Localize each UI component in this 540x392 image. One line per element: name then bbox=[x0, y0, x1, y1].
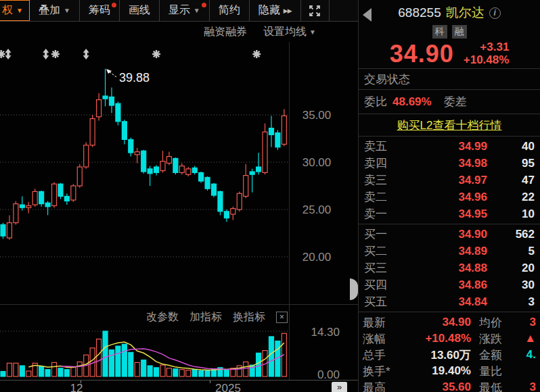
ask-volume: 47 bbox=[487, 174, 535, 187]
bid-volume: 3 bbox=[487, 295, 535, 309]
caret-down-icon: ▼ bbox=[16, 7, 23, 14]
l2-promo-row: 购买L2查看十档行情 bbox=[359, 114, 540, 136]
ask-row[interactable]: 卖五 34.99 40 bbox=[359, 138, 540, 155]
draw-line-button[interactable]: 画线 bbox=[120, 0, 160, 21]
fullscreen-button[interactable] bbox=[301, 0, 330, 21]
bid-book: 买一 34.90 562 买二 34.89 5 买三 34.88 20 买四 3… bbox=[359, 224, 540, 312]
caret-down-icon: ▼ bbox=[64, 7, 70, 14]
bid-row[interactable]: 买二 34.89 5 bbox=[359, 243, 540, 260]
tag-margin: 融 bbox=[452, 25, 467, 39]
bid-price: 34.86 bbox=[406, 278, 487, 292]
bid-level-label: 买四 bbox=[364, 277, 406, 293]
margin-trading-button[interactable]: 融资融券 bbox=[204, 25, 247, 39]
bid-level-label: 买一 bbox=[364, 226, 406, 242]
adjust-rights-button[interactable]: 权▼ bbox=[0, 0, 30, 21]
stat-value: 35.60 bbox=[406, 381, 471, 392]
switch-indicator-button[interactable]: 换指标 bbox=[233, 310, 265, 324]
indicator-toolbar: 改参数 加指标 换指标 × bbox=[146, 310, 288, 324]
buy-l2-link[interactable]: 购买L2查看十档行情 bbox=[397, 118, 502, 133]
ask-row[interactable]: 卖三 34.97 47 bbox=[359, 172, 540, 189]
bid-level-label: 买二 bbox=[364, 243, 406, 259]
ma-settings-button[interactable]: 设置均线▼ bbox=[263, 25, 316, 39]
stat-value: 34.90 bbox=[406, 316, 471, 329]
candlestick-chart[interactable]: 35.0030.0025.0020.0039.88 bbox=[0, 42, 358, 304]
stat-row: 总手 13.60万 金额 4. bbox=[359, 347, 540, 363]
ask-volume: 10 bbox=[487, 207, 535, 221]
quote-panel: 688255 凯尔达 i 科 融 34.90 +3.31 +10.48% 交易状… bbox=[358, 0, 540, 392]
bid-price: 34.84 bbox=[406, 295, 487, 309]
ask-row[interactable]: 卖二 34.96 22 bbox=[359, 189, 540, 205]
stat-row: 换手* 19.40% 量比 bbox=[359, 363, 540, 379]
price-change: +3.31 bbox=[480, 41, 509, 54]
adjust-rights-label: 权 bbox=[2, 3, 13, 18]
simple-mode-label: 简约 bbox=[219, 3, 240, 18]
ask-level-label: 卖二 bbox=[364, 189, 406, 205]
change-param-button[interactable]: 改参数 bbox=[146, 310, 179, 324]
overlay-button[interactable]: 叠加▼ bbox=[30, 0, 80, 21]
add-indicator-button[interactable]: 加指标 bbox=[189, 310, 222, 324]
display-label: 显示 bbox=[168, 3, 190, 18]
top-toolbar: 权▼ 叠加▼ 筹码 画线 显示▼ 简约 隐藏▶▶ bbox=[0, 0, 358, 22]
caret-down-icon: ▼ bbox=[194, 7, 200, 14]
bid-row[interactable]: 买一 34.90 562 bbox=[359, 226, 540, 243]
collapse-left-icon[interactable] bbox=[363, 8, 372, 22]
stat-value: 3 bbox=[521, 379, 536, 392]
stat-label: 均价 bbox=[479, 315, 521, 330]
chart-subheader: 融资融券 设置均线▼ bbox=[0, 22, 358, 42]
ask-price: 34.97 bbox=[406, 174, 487, 187]
stat-value bbox=[521, 363, 536, 379]
chart-column: 权▼ 叠加▼ 筹码 画线 显示▼ 简约 隐藏▶▶ bbox=[0, 0, 358, 392]
ask-price: 34.99 bbox=[406, 140, 487, 153]
stock-code: 688255 bbox=[398, 5, 441, 20]
bid-price: 34.90 bbox=[406, 228, 487, 241]
bid-row[interactable]: 买三 34.88 20 bbox=[359, 260, 540, 276]
info-icon[interactable]: i bbox=[489, 7, 501, 19]
ask-row[interactable]: 卖一 34.95 10 bbox=[359, 205, 540, 222]
stat-value: 3 bbox=[521, 314, 536, 330]
stat-value: ▲ bbox=[521, 330, 536, 347]
svg-text:39.88: 39.88 bbox=[119, 71, 150, 84]
stat-label: 最高 bbox=[363, 380, 406, 392]
chip-distribution-button[interactable]: 筹码 bbox=[80, 0, 120, 21]
stock-app-window: 权▼ 叠加▼ 筹码 画线 显示▼ 简约 隐藏▶▶ bbox=[0, 0, 540, 392]
stat-row: 最新 34.90 均价 3 bbox=[359, 314, 540, 330]
stat-value: 4. bbox=[521, 347, 536, 363]
ask-volume: 95 bbox=[487, 157, 535, 170]
ma-settings-label: 设置均线 bbox=[263, 25, 307, 39]
weibi-row: 委比 48.69% 委差 bbox=[359, 89, 540, 114]
bid-price: 34.89 bbox=[406, 245, 487, 258]
ask-price: 34.96 bbox=[406, 191, 487, 204]
hide-label: 隐藏 bbox=[258, 3, 280, 18]
stat-label: 涨跌 bbox=[479, 331, 521, 347]
stock-header: 688255 凯尔达 i 科 融 34.90 +3.31 +10.48% bbox=[359, 0, 540, 68]
bid-row[interactable]: 买五 34.84 3 bbox=[359, 293, 540, 310]
hide-toolbar-button[interactable]: 隐藏▶▶ bbox=[250, 0, 301, 21]
trade-status-label: 交易状态 bbox=[364, 72, 410, 87]
ask-volume: 22 bbox=[487, 191, 535, 204]
bid-row[interactable]: 买四 34.86 30 bbox=[359, 276, 540, 293]
ask-row[interactable]: 卖四 34.98 95 bbox=[359, 155, 540, 172]
stat-label: 总手 bbox=[363, 347, 406, 363]
display-button[interactable]: 显示▼ bbox=[160, 0, 210, 21]
close-indicator-button[interactable]: × bbox=[276, 312, 288, 323]
simple-mode-button[interactable]: 简约 bbox=[210, 0, 250, 21]
expand-right-button[interactable]: » bbox=[332, 382, 347, 392]
stats-grid: 最新 34.90 均价 3 涨幅 +10.48% 涨跌 ▲ 总手 13.60万 … bbox=[359, 312, 540, 392]
tag-star-market: 科 bbox=[432, 25, 447, 39]
bid-level-label: 买三 bbox=[364, 260, 406, 276]
caret-down-icon: ▼ bbox=[309, 28, 316, 36]
bid-volume: 562 bbox=[487, 228, 535, 241]
stat-label: 最低 bbox=[479, 380, 521, 392]
stat-label: 金额 bbox=[479, 347, 521, 363]
bid-price: 34.88 bbox=[406, 262, 487, 275]
volume-pane[interactable]: 改参数 加指标 换指标 × 14.300.00 bbox=[0, 304, 358, 380]
last-price: 34.90 bbox=[390, 40, 454, 68]
ask-level-label: 卖五 bbox=[364, 139, 406, 154]
ask-level-label: 卖四 bbox=[364, 155, 406, 171]
svg-text:25.00: 25.00 bbox=[302, 203, 332, 216]
ask-book: 卖五 34.99 40 卖四 34.98 95 卖三 34.97 47 卖二 3… bbox=[359, 136, 540, 224]
price-change-pct: +10.48% bbox=[464, 54, 510, 67]
bid-level-label: 买五 bbox=[364, 294, 406, 310]
trade-status-section: 交易状态 bbox=[359, 68, 540, 89]
chip-label: 筹码 bbox=[89, 3, 110, 18]
